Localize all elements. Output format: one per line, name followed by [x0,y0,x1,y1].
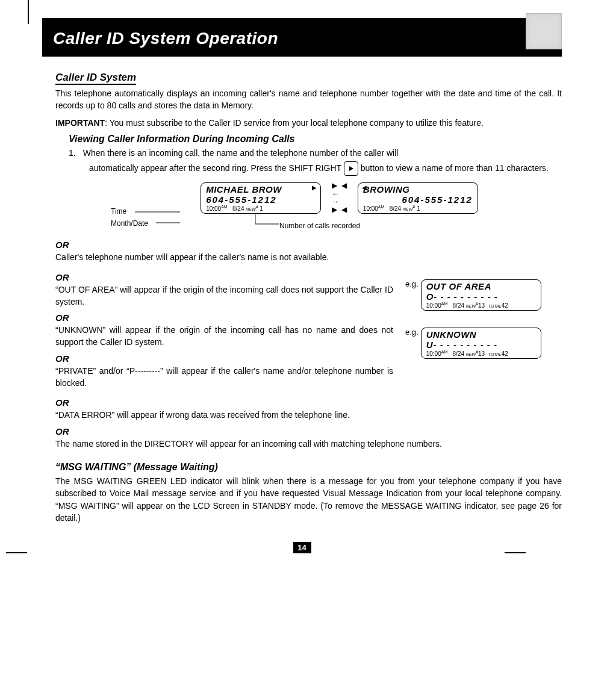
msg-waiting-text: The MSG WAITING GREEN LED indicator will… [55,475,562,524]
eg-label-1: e.g. [405,279,418,288]
or-3: OR [55,312,393,323]
or-1: OR [55,240,562,250]
triangle-right-icon: ▶ [312,184,317,191]
lcd-diagram: Time Month/Date ▶ MICHAEL BROW 604-555-1… [117,182,562,236]
or1-text: Caller's telephone number will appear if… [55,251,562,263]
crop-mark [28,0,29,24]
step-text-pre: automatically appear after the second ri… [89,163,344,173]
important-text: : You must subscribe to the Caller ID se… [105,118,484,128]
lcd2-number: 604-555-1212 [363,194,473,205]
arrows-between: ▶ ◀ ← → ▶ ◀ [332,182,347,214]
lcd2-status: 10:00AM 8/24 NEW# 1 [363,205,473,212]
lcd1-name: MICHAEL BROW [206,184,316,194]
step-1: 1. When there is an incoming call, the n… [69,147,562,159]
or3-text: “UNKNOWN” will appear if the origin of t… [55,324,393,349]
banner-title: Caller ID System Operation [53,29,278,48]
heading-caller-id: Caller ID System [55,72,136,85]
important-label: IMPORTANT [55,118,105,128]
heading-viewing: Viewing Caller Information During Incomi… [69,134,562,145]
intro-paragraph: This telephone automatically displays an… [55,87,562,112]
svg-marker-0 [349,166,353,171]
eg-label-2: e.g. [405,328,418,337]
lcd2-name: BROWING [363,184,473,194]
step-text-post: button to view a name of more than 11 ch… [361,163,549,173]
lcd-uk-status: 10:00AM 8/24 NEW#13 TOTAL42 [426,350,536,357]
or-5: OR [55,397,562,408]
or-2: OR [55,272,393,282]
or6-text: The name stored in the DIRECTORY will ap… [55,438,562,450]
shift-right-button-icon [344,161,358,176]
step-1-cont: automatically appear after the second ri… [89,161,562,176]
or-6: OR [55,426,562,437]
section-banner: Caller ID System Operation [42,18,562,57]
page-number: 14 [293,542,311,553]
step-number: 1. [69,147,76,159]
crop-mark-br [505,552,526,553]
or-4: OR [55,353,393,364]
lcd-oa-status: 10:00AM 8/24 NEW#13 TOTAL42 [426,302,536,309]
lcd1-number: 604-555-1212 [206,194,316,205]
important-note: IMPORTANT: You must subscribe to the Cal… [55,117,562,129]
lcd-screen-2: ◀ BROWING 604-555-1212 10:00AM 8/24 NEW#… [358,182,478,214]
lcd-screen-1: ▶ MICHAEL BROW 604-555-1212 10:00AM 8/24… [201,182,321,214]
label-numcalls: Number of calls recorded [279,222,360,230]
lcd-uk-num: U- - - - - - - - - - [426,340,536,350]
crop-mark-bl [6,552,27,553]
lcd-oa-name: OUT OF AREA [426,281,536,291]
step-text-a: When there is an incoming call, the name… [83,147,399,159]
heading-msg-waiting: “MSG WAITING” (Message Waiting) [55,462,562,473]
or5-text: “DATA ERROR” will appear if wrong data w… [55,409,562,421]
lcd-unknown: UNKNOWN U- - - - - - - - - - 10:00AM 8/2… [421,328,541,359]
lcd1-status: 10:00AM 8/24 NEW# 1 [206,205,316,212]
decorative-box [526,13,562,49]
lcd-uk-name: UNKNOWN [426,329,536,340]
or4-text: “PRIVATE” and/or “P---------” will appea… [55,365,393,390]
or2-text: “OUT OF AREA” will appear if the origin … [55,284,393,308]
lcd-oa-num: O- - - - - - - - - - [426,291,536,302]
triangle-left-icon: ◀ [362,184,367,191]
lcd-out-of-area: OUT OF AREA O- - - - - - - - - - 10:00AM… [421,279,541,311]
